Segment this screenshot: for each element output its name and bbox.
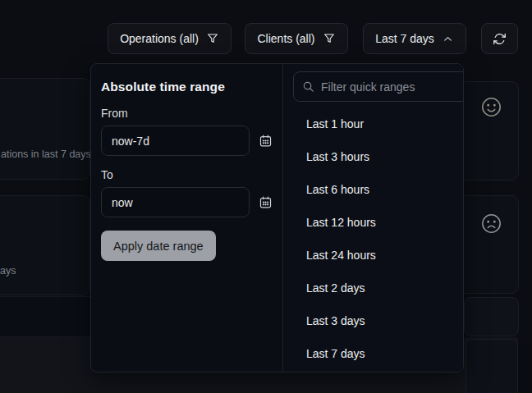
stat-card-caption: ations in last 7 days bbox=[1, 149, 91, 160]
quick-ranges-filter-input[interactable] bbox=[321, 80, 464, 94]
quick-range-option[interactable]: Last 24 hours bbox=[293, 239, 464, 272]
funnel-icon bbox=[323, 32, 336, 45]
search-icon bbox=[302, 80, 314, 93]
time-range-button[interactable]: Last 7 days bbox=[363, 23, 466, 54]
operations-filter-label: Operations (all) bbox=[120, 32, 199, 45]
to-calendar-button[interactable] bbox=[259, 195, 273, 209]
funnel-icon bbox=[206, 32, 219, 45]
quick-range-option[interactable]: Last 12 hours bbox=[293, 206, 464, 239]
stat-card-left-1 bbox=[0, 78, 90, 180]
absolute-time-range-title: Absolute time range bbox=[101, 80, 273, 94]
chevron-up-icon bbox=[442, 33, 454, 45]
quick-ranges-pane: Last 1 hour Last 3 hours Last 6 hours La… bbox=[283, 64, 464, 372]
apply-date-range-button[interactable]: Apply date range bbox=[101, 231, 216, 261]
from-field-row bbox=[101, 126, 273, 156]
quick-range-option[interactable]: Last 1 hour bbox=[293, 107, 464, 140]
quick-ranges-search-box[interactable] bbox=[293, 71, 464, 102]
background-gutter bbox=[518, 337, 532, 393]
from-input[interactable] bbox=[101, 126, 250, 156]
frown-face-icon bbox=[480, 212, 502, 235]
calendar-icon bbox=[259, 195, 273, 209]
quick-ranges-list: Last 1 hour Last 3 hours Last 6 hours La… bbox=[293, 107, 464, 370]
clients-filter-label: Clients (all) bbox=[257, 32, 314, 45]
refresh-icon bbox=[493, 32, 507, 46]
quick-range-option[interactable]: Last 7 days bbox=[293, 337, 464, 370]
background-section-band bbox=[0, 296, 90, 337]
clients-filter-button[interactable]: Clients (all) bbox=[245, 23, 348, 54]
background-mini-card bbox=[464, 297, 519, 336]
refresh-button[interactable] bbox=[481, 23, 518, 54]
stat-card-caption: ays bbox=[0, 265, 16, 276]
quick-range-option[interactable]: Last 6 hours bbox=[293, 173, 464, 206]
background-bottom-card bbox=[466, 339, 518, 393]
smiley-face-icon bbox=[480, 96, 502, 118]
to-field-row bbox=[101, 187, 273, 217]
time-range-label: Last 7 days bbox=[375, 32, 434, 45]
to-label: To bbox=[101, 168, 273, 181]
quick-range-option[interactable]: Last 2 days bbox=[293, 272, 464, 304]
absolute-time-range-pane: Absolute time range From To bbox=[91, 64, 283, 372]
calendar-icon bbox=[259, 134, 273, 148]
stat-card-left-2 bbox=[0, 195, 90, 295]
from-calendar-button[interactable] bbox=[259, 134, 273, 148]
quick-range-option[interactable]: Last 3 hours bbox=[293, 140, 464, 173]
quick-range-option[interactable]: Last 3 days bbox=[293, 304, 464, 337]
from-label: From bbox=[101, 107, 273, 120]
to-input[interactable] bbox=[101, 187, 250, 217]
time-range-dropdown: Absolute time range From To bbox=[90, 63, 464, 372]
operations-filter-button[interactable]: Operations (all) bbox=[108, 23, 232, 54]
